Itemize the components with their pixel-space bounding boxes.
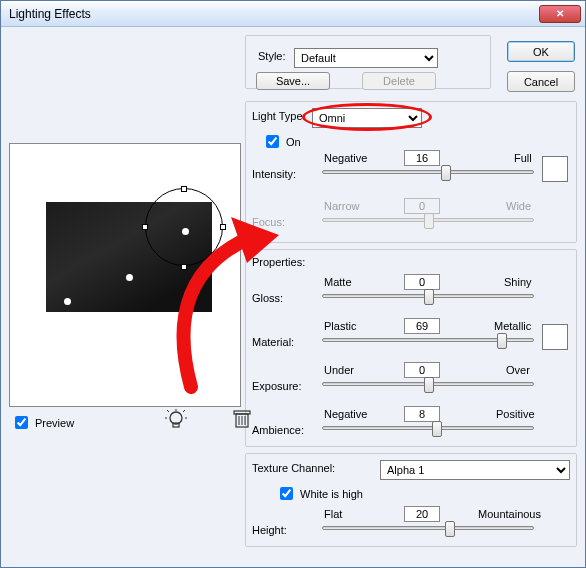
light-type-label: Light Type: (252, 110, 306, 122)
lighting-effects-dialog: Lighting Effects ✕ OK Cancel Style: Defa… (0, 0, 586, 568)
height-thumb[interactable] (445, 521, 455, 537)
light-radius-ring[interactable] (145, 188, 223, 266)
light-dot (64, 298, 71, 305)
gloss-left: Matte (324, 276, 352, 288)
ambience-value[interactable] (404, 406, 440, 422)
texture-group: Texture Channel: Alpha 1 White is high H… (245, 453, 577, 547)
light-type-select[interactable]: Omni (312, 108, 422, 128)
white-is-high-checkbox[interactable]: White is high (276, 484, 363, 503)
window-title: Lighting Effects (9, 7, 91, 21)
intensity-value[interactable] (404, 150, 440, 166)
height-label: Height: (252, 524, 287, 536)
titlebar: Lighting Effects ✕ (1, 1, 585, 27)
material-slider[interactable] (322, 338, 534, 342)
focus-label: Focus: (252, 216, 285, 228)
trash-icon[interactable] (233, 409, 251, 429)
focus-slider (322, 218, 534, 222)
properties-header: Properties: (252, 256, 305, 268)
on-checkbox[interactable]: On (262, 132, 301, 151)
ok-button[interactable]: OK (507, 41, 575, 62)
material-thumb[interactable] (497, 333, 507, 349)
gloss-right: Shiny (504, 276, 532, 288)
preview-checkbox[interactable]: Preview (11, 413, 74, 432)
exposure-right: Over (506, 364, 530, 376)
exposure-value[interactable] (404, 362, 440, 378)
texture-channel-select[interactable]: Alpha 1 (380, 460, 570, 480)
material-value[interactable] (404, 318, 440, 334)
ambience-right: Positive (496, 408, 535, 420)
texture-channel-label: Texture Channel: (252, 462, 335, 474)
focus-thumb (424, 213, 434, 229)
lightbulb-icon[interactable] (165, 409, 187, 431)
svg-line-6 (183, 410, 185, 412)
style-select[interactable]: Default (294, 48, 438, 68)
height-right: Mountainous (478, 508, 541, 520)
properties-group: Properties: Gloss: Matte Shiny Material:… (245, 249, 577, 447)
height-value[interactable] (404, 506, 440, 522)
handle-right[interactable] (220, 224, 226, 230)
material-label: Material: (252, 336, 294, 348)
handle-top[interactable] (181, 186, 187, 192)
ambience-thumb[interactable] (432, 421, 442, 437)
material-right: Metallic (494, 320, 531, 332)
exposure-left: Under (324, 364, 354, 376)
exposure-slider[interactable] (322, 382, 534, 386)
ambience-label: Ambience: (252, 424, 304, 436)
focus-left: Narrow (324, 200, 359, 212)
gloss-slider[interactable] (322, 294, 534, 298)
light-dot (126, 274, 133, 281)
ambient-color-swatch[interactable] (542, 324, 568, 350)
delete-button: Delete (362, 72, 436, 90)
height-slider[interactable] (322, 526, 534, 530)
ambience-slider[interactable] (322, 426, 534, 430)
intensity-right: Full (514, 152, 532, 164)
exposure-thumb[interactable] (424, 377, 434, 393)
gloss-thumb[interactable] (424, 289, 434, 305)
focus-right: Wide (506, 200, 531, 212)
gloss-value[interactable] (404, 274, 440, 290)
save-button[interactable]: Save... (256, 72, 330, 90)
on-checkbox-input[interactable] (266, 135, 279, 148)
intensity-label: Intensity: (252, 168, 296, 180)
preview-checkbox-input[interactable] (15, 416, 28, 429)
gloss-label: Gloss: (252, 292, 283, 304)
style-group: Style: Default Save... Delete (245, 35, 491, 89)
svg-line-5 (167, 410, 169, 412)
handle-bottom[interactable] (181, 264, 187, 270)
close-icon[interactable]: ✕ (539, 5, 581, 23)
height-left: Flat (324, 508, 342, 520)
light-color-swatch[interactable] (542, 156, 568, 182)
focus-value (404, 198, 440, 214)
ambience-left: Negative (324, 408, 367, 420)
intensity-thumb[interactable] (441, 165, 451, 181)
light-type-group: Light Type: Omni On Intensity: Negative … (245, 101, 577, 243)
style-label: Style: (258, 50, 286, 62)
material-left: Plastic (324, 320, 356, 332)
intensity-left: Negative (324, 152, 367, 164)
cancel-button[interactable]: Cancel (507, 71, 575, 92)
white-is-high-input[interactable] (280, 487, 293, 500)
svg-rect-8 (234, 411, 250, 414)
exposure-label: Exposure: (252, 380, 302, 392)
intensity-slider[interactable] (322, 170, 534, 174)
svg-point-0 (170, 412, 182, 424)
handle-left[interactable] (142, 224, 148, 230)
preview-canvas[interactable] (9, 143, 241, 407)
